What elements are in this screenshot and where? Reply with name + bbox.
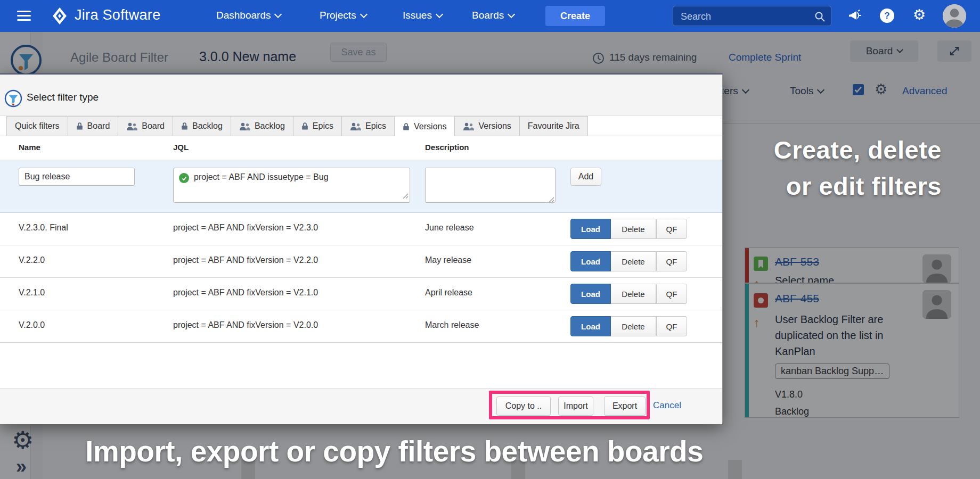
- chevron-down-icon: [436, 11, 443, 18]
- filter-name: V.2.1.0: [19, 288, 45, 298]
- filter-name: V.2.2.0: [19, 255, 45, 265]
- qf-button[interactable]: QF: [656, 251, 687, 271]
- chevron-down-icon: [360, 11, 368, 18]
- filter-name-input[interactable]: [19, 168, 135, 186]
- column-description: Description: [425, 143, 469, 152]
- row-actions: Load Delete QF: [570, 284, 687, 304]
- megaphone-icon[interactable]: [848, 9, 862, 25]
- tab-backlog-private[interactable]: Backlog: [173, 116, 231, 136]
- filter-jql: project = ABF AND fixVersion = V2.0.0: [173, 320, 318, 330]
- tab-backlog-shared[interactable]: Backlog: [231, 116, 293, 136]
- load-button[interactable]: Load: [570, 316, 611, 336]
- dialog-title: Select filter type: [27, 92, 99, 103]
- dialog-header: Select filter type: [0, 75, 722, 116]
- load-button[interactable]: Load: [570, 219, 611, 239]
- people-icon: [239, 122, 250, 130]
- app-switcher-icon[interactable]: [17, 11, 31, 21]
- tab-board-private[interactable]: Board: [68, 116, 119, 136]
- filter-row: V.2.0.0 project = ABF AND fixVersion = V…: [0, 310, 722, 343]
- filter-jql: project = ABF AND fixVersion = V2.1.0: [173, 288, 318, 298]
- gear-icon[interactable]: ⚙: [913, 8, 926, 22]
- resize-handle[interactable]: [548, 195, 721, 211]
- global-search: [673, 6, 831, 26]
- column-name: Name: [19, 143, 40, 152]
- column-jql: JQL: [173, 143, 189, 152]
- export-button[interactable]: Export: [604, 397, 646, 416]
- lock-icon: [76, 122, 83, 130]
- nav-menu-boards[interactable]: Boards: [472, 10, 514, 21]
- filter-description-input[interactable]: [425, 168, 556, 203]
- filter-row: V.2.3.0. Final project = ABF AND fixVers…: [0, 213, 722, 245]
- nav-menu-projects[interactable]: Projects: [320, 10, 366, 21]
- tab-versions-private[interactable]: Versions: [394, 117, 455, 136]
- jql-valid-check-icon: [179, 173, 189, 183]
- people-icon: [126, 122, 137, 130]
- new-filter-row: project = ABF AND issuetype = Bug Add: [0, 160, 722, 213]
- filter-row: V.2.2.0 project = ABF AND fixVersion = V…: [0, 245, 722, 278]
- table-column-headers: Name JQL Description: [0, 136, 722, 160]
- tab-epics-private[interactable]: Epics: [293, 116, 342, 136]
- jira-logo-icon[interactable]: [50, 6, 69, 26]
- load-button[interactable]: Load: [570, 284, 611, 304]
- filter-row: V.2.1.0 project = ABF AND fixVersion = V…: [0, 278, 722, 310]
- import-button[interactable]: Import: [558, 397, 593, 416]
- people-icon: [350, 122, 361, 130]
- filter-description: May release: [425, 255, 471, 265]
- filter-jql: project = ABF AND fixVersion = V2.2.0: [173, 255, 318, 265]
- search-icon[interactable]: [814, 11, 826, 24]
- copy-to-button[interactable]: Copy to ..: [496, 397, 551, 416]
- lock-icon: [181, 122, 188, 130]
- lock-icon: [301, 122, 308, 130]
- help-icon[interactable]: ?: [880, 9, 894, 23]
- delete-button[interactable]: Delete: [611, 219, 656, 239]
- delete-button[interactable]: Delete: [611, 316, 656, 336]
- filter-name: V.2.3.0. Final: [19, 223, 68, 233]
- resize-handle[interactable]: [402, 192, 409, 201]
- delete-button[interactable]: Delete: [611, 251, 656, 271]
- tab-board-shared[interactable]: Board: [118, 116, 173, 136]
- tab-epics-shared[interactable]: Epics: [341, 116, 395, 136]
- filter-description: April release: [425, 288, 472, 298]
- row-actions: Load Delete QF: [570, 251, 687, 271]
- filter-jql-input[interactable]: project = ABF AND issuetype = Bug: [173, 168, 410, 203]
- filter-jql: project = ABF AND fixVersion = V2.3.0: [173, 223, 318, 233]
- load-button[interactable]: Load: [570, 251, 611, 271]
- lock-icon: [403, 122, 410, 131]
- qf-button[interactable]: QF: [656, 219, 687, 239]
- qf-button[interactable]: QF: [656, 316, 687, 336]
- brand-title[interactable]: Jira Software: [75, 7, 160, 23]
- cancel-link[interactable]: Cancel: [653, 400, 681, 411]
- user-avatar[interactable]: [943, 4, 966, 28]
- filter-type-tabs: Quick filters Board Board Backlog Backlo…: [0, 116, 722, 136]
- filter-description: March release: [425, 320, 479, 330]
- jira-screen: Jira Software Dashboards Projects Issues…: [0, 0, 980, 479]
- qf-button[interactable]: QF: [656, 284, 687, 304]
- row-actions: Load Delete QF: [570, 219, 687, 239]
- delete-button[interactable]: Delete: [611, 284, 656, 304]
- tab-quick-filters[interactable]: Quick filters: [6, 116, 68, 136]
- filter-description: June release: [425, 223, 474, 233]
- tab-favourite-jira[interactable]: Favourite Jira: [519, 116, 588, 136]
- chevron-down-icon: [508, 11, 515, 18]
- chevron-down-icon: [274, 11, 282, 18]
- top-navigation: Jira Software Dashboards Projects Issues…: [0, 0, 980, 32]
- nav-menu-dashboards[interactable]: Dashboards: [216, 10, 281, 21]
- select-filter-type-dialog: Select filter type Quick filters Board B…: [0, 73, 723, 423]
- add-button[interactable]: Add: [570, 168, 601, 186]
- tab-versions-shared[interactable]: Versions: [454, 116, 519, 136]
- people-icon: [463, 122, 474, 130]
- search-input[interactable]: [680, 9, 810, 24]
- funnel-icon: [4, 89, 22, 108]
- filter-name: V.2.0.0: [19, 320, 45, 330]
- nav-menu-issues[interactable]: Issues: [403, 10, 442, 21]
- create-button[interactable]: Create: [545, 6, 605, 26]
- annotation-create-delete: Create, delete or edit filters: [774, 132, 942, 204]
- row-actions: Load Delete QF: [570, 316, 687, 336]
- annotation-import-export: Import, export or copy filters between b…: [85, 434, 703, 468]
